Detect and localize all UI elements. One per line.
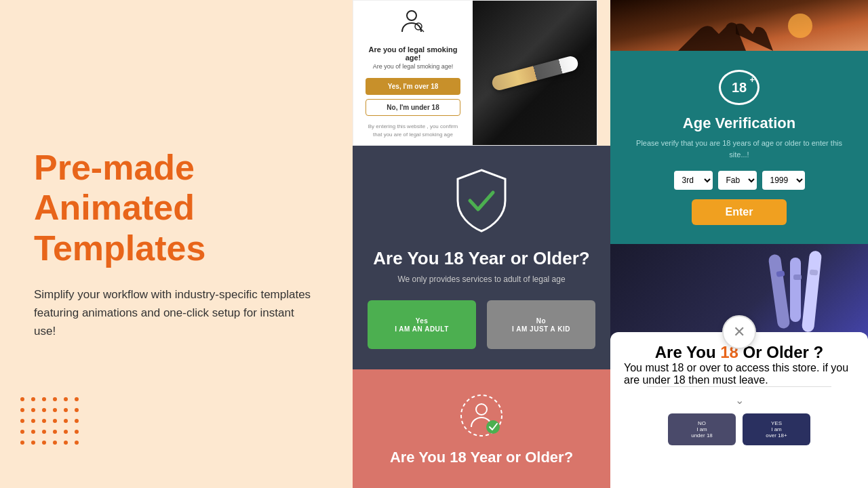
svg-point-7 (788, 14, 812, 38)
dot (53, 441, 57, 445)
yes-adult-button[interactable]: Yes I AM AN ADULT (368, 300, 476, 349)
card-hands-photo (610, 0, 868, 51)
dot (20, 441, 24, 445)
yes-sublabel: I AM AN ADULT (395, 326, 449, 333)
x-close-icon[interactable]: ✕ (722, 315, 756, 349)
dot (64, 441, 68, 445)
cardB-description: Please verify that you are 18 years of a… (627, 138, 852, 160)
plus-sign: + (749, 75, 755, 85)
person-dashed-icon (458, 392, 505, 442)
dot (42, 441, 46, 445)
cardD-description: You must 18 or over to access this store… (624, 362, 854, 386)
card1-footer: By entering this website , you confirm t… (366, 123, 460, 138)
dot (75, 419, 79, 423)
dot (20, 397, 24, 401)
svg-rect-14 (810, 269, 818, 275)
cigarette-shape (490, 54, 579, 92)
card1-subtitle: Are you of legal smoking age! (373, 63, 454, 70)
svg-point-5 (486, 420, 500, 434)
no-label: No (536, 318, 546, 325)
card-smoking-age: Are you of legal smoking age! Are you of… (353, 0, 597, 146)
dot (75, 430, 79, 434)
dot (20, 419, 24, 423)
age-number: 18 (732, 80, 747, 96)
cigarette-image (473, 1, 597, 145)
month-select[interactable]: Fab Jan Mar Apr (718, 171, 757, 190)
hands-bg-image (610, 0, 868, 51)
yes-over-18-button[interactable]: Yes, I'm over 18 (366, 78, 460, 95)
card-salmon-age: Are You 18 Year or Older? (353, 369, 610, 488)
yes-label: Yes (416, 318, 429, 325)
svg-rect-10 (790, 258, 801, 322)
card1-title: Are you of legal smoking age! (366, 45, 460, 62)
dot (75, 408, 79, 412)
dot (20, 408, 24, 412)
dot (75, 397, 79, 401)
svg-rect-13 (793, 274, 802, 280)
dot (53, 397, 57, 401)
cardD-title-black: Are You (655, 343, 720, 361)
no-sublabel: I AM JUST A KID (512, 326, 570, 333)
dot (42, 408, 46, 412)
card-vape-age: ✕ Are You 18 Or Older ? You must 18 or o… (610, 244, 868, 488)
dot (53, 419, 57, 423)
dot (53, 430, 57, 434)
card2-subtitle: We only provides services to adult of le… (397, 274, 565, 284)
yes-label: YES (771, 420, 782, 426)
left-panel: Pre-made Animated Templates Simplify you… (0, 0, 353, 488)
card2-title: Are You 18 Year or Older? (373, 248, 589, 269)
shield-check-icon (451, 167, 512, 237)
dot (42, 419, 46, 423)
card1-content: Are you of legal smoking age! Are you of… (353, 1, 473, 145)
heading-orange: Animated Templates (34, 188, 205, 268)
chevron-down-icon: ⌄ (735, 394, 744, 407)
card-shield-age: Are You 18 Year or Older? We only provid… (353, 146, 610, 369)
heading-black: Pre-made (34, 148, 195, 187)
dot (42, 397, 46, 401)
dot (64, 408, 68, 412)
card2-buttons: Yes I AM AN ADULT No I AM JUST A KID (368, 300, 595, 349)
templates-grid: Are you of legal smoking age! Are you of… (353, 0, 868, 488)
dot (42, 430, 46, 434)
card1-cigarette-photo (473, 1, 597, 145)
no-label: NO (698, 420, 706, 426)
no-under-18-button[interactable]: No, I'm under 18 (366, 99, 460, 116)
enter-button[interactable]: Enter (692, 199, 787, 225)
cardD-buttons: NO I am under 18 YES I am over 18+ (668, 413, 810, 445)
date-selects: 3rd 1st 2nd 4th 5th Fab Jan Mar Apr 1999… (674, 171, 805, 190)
card-teal-age-verification: 18 + Age Verification Please verify that… (610, 51, 868, 244)
no-sublabel: I am under 18 (691, 426, 713, 439)
cardD-title-black2: Or Older ? (738, 343, 823, 361)
dot (31, 419, 35, 423)
yes-sublabel: I am over 18+ (766, 426, 787, 439)
dot (31, 408, 35, 412)
dot (64, 430, 68, 434)
svg-point-4 (476, 404, 487, 415)
main-heading: Pre-made Animated Templates (34, 148, 319, 269)
dot (64, 397, 68, 401)
dot (53, 408, 57, 412)
dot (31, 397, 35, 401)
svg-point-1 (415, 23, 422, 30)
no-under18-button[interactable]: NO I am under 18 (668, 413, 736, 445)
card3-title: Are You 18 Year or Older? (390, 449, 573, 466)
dot-grid-decoration (20, 397, 81, 447)
day-select[interactable]: 3rd 1st 2nd 4th 5th (674, 171, 713, 190)
card-d-white-overlay: ✕ Are You 18 Or Older ? You must 18 or o… (610, 332, 868, 488)
age-18-badge: 18 + (719, 70, 760, 105)
dot (64, 419, 68, 423)
dot (75, 441, 79, 445)
description-text: Simplify your workflow with industry-spe… (34, 285, 319, 341)
left-template-column: Are you of legal smoking age! Are you of… (353, 0, 610, 488)
dot (31, 430, 35, 434)
year-select[interactable]: 1999 1995 1996 1997 1998 2000 (762, 171, 805, 190)
yes-over18-button[interactable]: YES I am over 18+ (743, 413, 810, 445)
divider (647, 386, 831, 387)
cardB-title: Age Verification (683, 115, 795, 132)
svg-point-0 (407, 11, 416, 20)
person-with-search-icon (399, 7, 427, 40)
dot (31, 441, 35, 445)
no-kid-button[interactable]: No I AM JUST A KID (487, 300, 595, 349)
right-template-column: 18 + Age Verification Please verify that… (610, 0, 868, 488)
dot (20, 430, 24, 434)
